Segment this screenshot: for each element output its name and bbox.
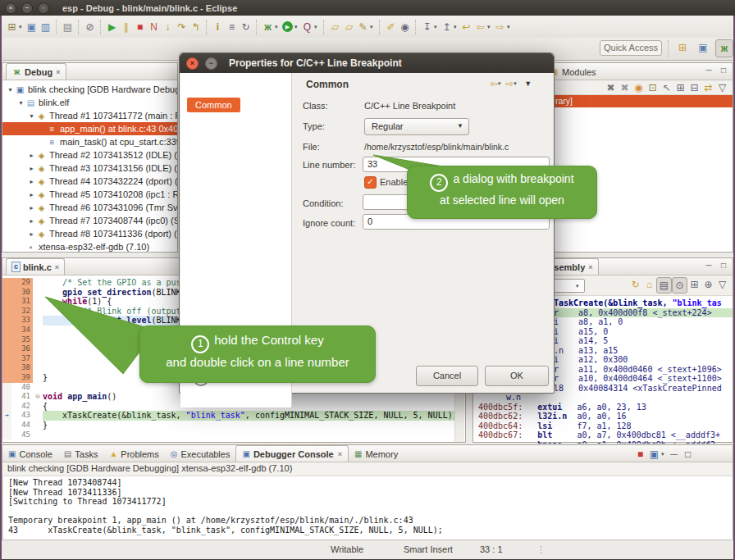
line-number[interactable]: 32	[11, 307, 33, 316]
terminate-icon[interactable]: ■	[133, 20, 147, 34]
annotation-column[interactable]	[2, 383, 11, 393]
expand-icon[interactable]: ▸	[27, 165, 36, 172]
new-binary-icon[interactable]: ▤	[61, 20, 75, 34]
chevron-down-icon[interactable]: ▾	[498, 80, 504, 87]
tab-blink-c[interactable]: c blink.c×	[6, 258, 65, 275]
show-execution-icon[interactable]: ≡	[225, 20, 239, 34]
fold-minus-icon[interactable]: ⊖	[33, 392, 43, 402]
line-number[interactable]: 29	[11, 278, 33, 288]
window-close-button[interactable]: ×	[5, 2, 16, 14]
collapse-icon[interactable]: ▾	[27, 112, 36, 120]
collapse-icon[interactable]: ▾	[16, 99, 25, 107]
chevron-down-icon[interactable]: ▾	[487, 24, 493, 30]
window-titlebar[interactable]: × − ▫ esp - Debug - blink/main/blink.c -…	[0, 0, 735, 16]
back-icon[interactable]: ⇦	[473, 20, 487, 34]
save-icon[interactable]: ▣	[25, 20, 39, 34]
home-icon[interactable]: ⌂	[642, 277, 656, 292]
expand-all-icon[interactable]: ⊞	[673, 80, 687, 95]
save-all-icon[interactable]: ▥	[39, 20, 52, 34]
type-combo[interactable]: Regular ▼	[364, 118, 469, 135]
debug-tree-row[interactable]: ▸◈Thread #8 1073411336 (dport) (Sus	[2, 227, 177, 240]
dialog-titlebar[interactable]: × − Properties for C/C++ Line Breakpoint	[180, 53, 554, 73]
filter-icon[interactable]: ◉	[632, 80, 646, 95]
annotation-column[interactable]	[2, 421, 11, 430]
tab-console[interactable]: ▣Console	[2, 446, 58, 462]
annotation-column[interactable]	[2, 278, 11, 288]
line-number[interactable]: 35	[11, 335, 33, 345]
line-number[interactable]: 39	[11, 373, 33, 383]
chevron-down-icon[interactable]: ▾	[661, 451, 667, 458]
step-return-icon[interactable]: ↰	[189, 20, 203, 34]
debug-tree-row[interactable]: ▸◈Thread #6 1073431096 (Tmr Svc) (S	[2, 201, 177, 214]
disassembly-line[interactable]: bnone a0, a1, 0x400dbc9b <__adddf3	[473, 440, 733, 444]
disassembly-line[interactable]: w.n	[473, 393, 733, 403]
line-number[interactable]: 41	[11, 392, 33, 402]
chevron-down-icon[interactable]: ▾	[294, 24, 300, 30]
debug-tree-row[interactable]: ▾▣blink checking [GDB Hardware Debug	[2, 83, 177, 96]
debug-perspective-icon[interactable]: ж	[715, 39, 733, 57]
chevron-down-icon[interactable]: ▾	[507, 24, 513, 30]
instruction-pointer-icon[interactable]: →	[2, 411, 11, 421]
line-number[interactable]: 36	[11, 344, 33, 354]
annotation-column[interactable]	[2, 430, 11, 440]
annotation-column[interactable]	[2, 297, 11, 307]
editor-line[interactable]: 45	[2, 430, 465, 440]
annotation-column[interactable]	[2, 316, 11, 326]
line-number[interactable]: 43	[11, 411, 33, 421]
disassembly-line[interactable]: 400dbc64: lsi f7, a1, 128	[473, 421, 733, 431]
refresh-icon[interactable]: ↻	[628, 277, 642, 292]
line-number[interactable]: 34	[11, 326, 33, 335]
line-number[interactable]: 40	[11, 383, 33, 393]
last-edit-icon[interactable]: ↩	[459, 20, 473, 34]
line-number[interactable]: 38	[11, 363, 33, 373]
tab-debugger-console[interactable]: ▣Debugger Console×	[235, 445, 349, 462]
tab-close-icon[interactable]: ×	[55, 263, 59, 271]
chevron-down-icon[interactable]: ▾	[370, 24, 376, 30]
chevron-down-icon[interactable]: ▾	[434, 24, 440, 30]
annotation-column[interactable]	[2, 335, 11, 345]
expand-icon[interactable]: ▸	[27, 217, 36, 225]
minimize-icon[interactable]: ─	[667, 447, 681, 462]
disassembly-line[interactable]: 400dbc5f: extui a6, a0, 23, 13	[473, 403, 733, 412]
sidebar-item-common[interactable]: Common	[187, 98, 240, 112]
chevron-down-icon[interactable]: ▾	[19, 24, 25, 30]
chevron-down-icon[interactable]: ▾	[514, 80, 519, 87]
annotation-column[interactable]	[2, 363, 11, 373]
line-number[interactable]: 33	[11, 316, 33, 326]
terminate-console-icon[interactable]: ■	[633, 447, 647, 462]
view-menu-icon[interactable]: ▽	[715, 277, 729, 292]
console-select-icon[interactable]: ▣	[647, 447, 661, 462]
profile-icon[interactable]: Q	[300, 20, 314, 34]
collapse-all-icon[interactable]: ⊟	[687, 80, 701, 95]
remove-all-icon[interactable]: ✖	[618, 80, 632, 95]
tab-problems[interactable]: ▲Problems	[103, 446, 164, 462]
line-number[interactable]: 42	[11, 402, 33, 412]
prev-annotation-icon[interactable]: ↥	[440, 20, 454, 34]
show-source-icon[interactable]: ▤	[656, 277, 672, 294]
deselect-icon[interactable]: ↖	[660, 80, 673, 95]
back-nav-icon[interactable]: ⇦	[490, 78, 498, 89]
cancel-button[interactable]: Cancel	[416, 366, 478, 386]
open-element-icon[interactable]: ▱	[328, 20, 342, 34]
line-number[interactable]: 45	[11, 430, 33, 440]
annotation-column[interactable]	[2, 402, 11, 412]
disconnect-icon[interactable]: N	[147, 20, 161, 34]
expand-icon[interactable]: ▸	[27, 191, 36, 198]
minimize-icon[interactable]: ─	[703, 66, 714, 75]
link-with-debug-icon[interactable]: ⇄	[701, 80, 715, 95]
tab-tasks[interactable]: ▤Tasks	[58, 446, 104, 462]
tab-executables[interactable]: ◎Executables	[165, 446, 236, 462]
tab-memory[interactable]: ▦Memory	[349, 446, 404, 462]
debug-tree-row[interactable]: ≡app_main() at blink.c:43 0x400db	[2, 122, 177, 135]
line-number[interactable]: 37	[11, 354, 33, 364]
debug-tree-row[interactable]: ▸◈Thread #7 1073408744 (ipc0) (Susp	[2, 214, 177, 227]
tab-close-icon[interactable]: ×	[56, 68, 60, 76]
step-over-icon[interactable]: ↷	[175, 20, 189, 34]
chevron-down-icon[interactable]: ▾	[314, 24, 320, 30]
pin-icon[interactable]: ⊕	[701, 277, 715, 292]
instruction-stepping-icon[interactable]: i	[211, 20, 225, 34]
debug-tree-row[interactable]: ▪xtensa-esp32-elf-gdb (7.10)	[2, 240, 177, 253]
expand-icon[interactable]: ▸	[27, 204, 36, 212]
link-editor-icon[interactable]: ◉	[398, 20, 412, 34]
line-number[interactable]: 31	[11, 297, 33, 307]
